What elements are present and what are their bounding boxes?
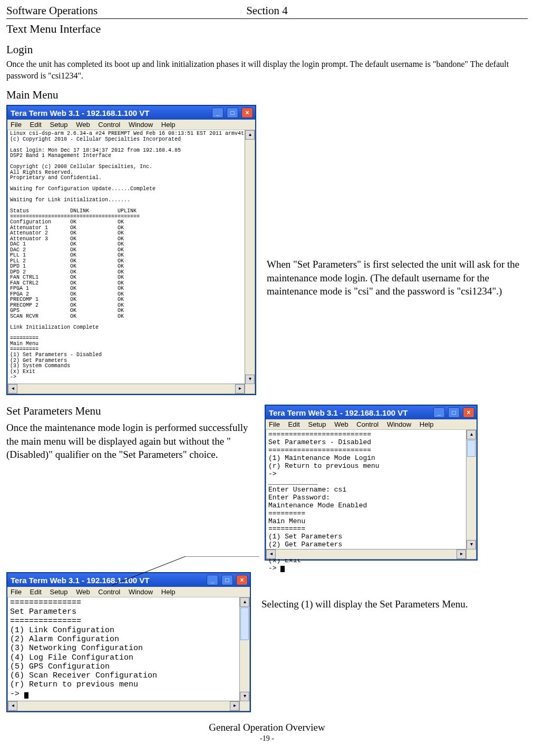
close-button[interactable]: ×	[241, 107, 253, 118]
scroll-left-icon[interactable]: ◂	[8, 701, 17, 711]
page-number: -19 -	[6, 734, 528, 743]
scroll-right-icon[interactable]: ▸	[230, 701, 239, 711]
terminal-window-setparams-menu: Tera Term Web 3.1 - 192.168.1.100 VT _ □…	[6, 572, 251, 712]
cursor-icon	[280, 566, 285, 572]
heading-set-parameters-menu: Set Parameters Menu	[6, 405, 254, 418]
menu-help[interactable]: Help	[420, 420, 434, 428]
scroll-down-icon[interactable]: ▾	[245, 375, 255, 384]
vscrollbar[interactable]: ▴ ▾	[245, 130, 255, 384]
menu-control[interactable]: Control	[98, 121, 120, 129]
menu-edit[interactable]: Edit	[288, 420, 300, 428]
scroll-up-icon[interactable]: ▴	[240, 597, 249, 607]
terminal-window-main: Tera Term Web 3.1 - 192.168.1.100 VT _ □…	[6, 105, 256, 395]
vscrollbar[interactable]: ▴ ▾	[466, 430, 476, 549]
menu-web[interactable]: Web	[76, 588, 90, 596]
menu-web[interactable]: Web	[76, 121, 90, 129]
login-paragraph: Once the unit has completed its boot up …	[6, 58, 528, 81]
menu-edit[interactable]: Edit	[30, 121, 42, 129]
window-titlebar[interactable]: Tera Term Web 3.1 - 192.168.1.100 VT _ □…	[7, 106, 255, 120]
scroll-right-icon[interactable]: ▸	[457, 549, 466, 559]
menu-file[interactable]: File	[11, 121, 22, 129]
window-menubar[interactable]: File Edit Setup Web Control Window Help	[266, 419, 477, 430]
header-left: Software Operations	[6, 4, 180, 17]
heading-login: Login	[6, 43, 528, 56]
cursor-icon	[24, 692, 28, 699]
hscrollbar[interactable]: ◂ ▸	[8, 701, 249, 711]
menu-setup[interactable]: Setup	[50, 121, 68, 129]
header-rule	[6, 18, 528, 19]
menu-setup[interactable]: Setup	[308, 420, 326, 428]
menu-file[interactable]: File	[269, 420, 280, 428]
minimize-button[interactable]: _	[433, 407, 445, 418]
window-menubar[interactable]: File Edit Setup Web Control Window Help	[7, 120, 255, 130]
scroll-up-icon[interactable]: ▴	[245, 130, 255, 140]
footer-title: General Operation Overview	[6, 722, 528, 733]
heading-text-menu-interface: Text Menu Interface	[6, 22, 528, 36]
terminal-output-main: Linux csi-dsp-arm 2.6.34-a #24 PREEMPT W…	[8, 130, 255, 381]
scroll-up-icon[interactable]: ▴	[467, 430, 476, 439]
vscrollbar[interactable]: ▴ ▾	[239, 597, 249, 701]
menu-help[interactable]: Help	[161, 121, 176, 129]
set-params-note: When "Set Parameters" is first selected …	[267, 258, 528, 298]
menu-control[interactable]: Control	[98, 588, 120, 596]
terminal-output-setparams: =============== Set Parameters =========…	[8, 597, 249, 700]
menu-file[interactable]: File	[11, 588, 22, 596]
menu-edit[interactable]: Edit	[30, 588, 42, 596]
menu-help[interactable]: Help	[161, 588, 176, 596]
selecting-note: Selecting (1) will display the Set Param…	[261, 597, 528, 611]
menu-window[interactable]: Window	[129, 588, 153, 596]
window-title: Tera Term Web 3.1 - 192.168.1.100 VT	[11, 109, 209, 117]
hscrollbar[interactable]: ◂ ▸	[8, 384, 255, 394]
header-center: Section 4	[180, 4, 354, 17]
window-titlebar[interactable]: Tera Term Web 3.1 - 192.168.1.100 VT _ □…	[266, 406, 477, 419]
menu-web[interactable]: Web	[334, 420, 348, 428]
menu-window[interactable]: Window	[129, 121, 153, 129]
menu-setup[interactable]: Setup	[50, 588, 68, 596]
hscrollbar[interactable]: ◂ ▸	[266, 549, 476, 559]
terminal-window-setparams-login: Tera Term Web 3.1 - 192.168.1.100 VT _ □…	[265, 405, 478, 561]
scroll-thumb[interactable]	[467, 440, 475, 457]
maximize-button[interactable]: □	[227, 107, 238, 118]
minimize-button[interactable]: _	[212, 107, 224, 118]
scroll-thumb[interactable]	[240, 607, 249, 640]
window-menubar[interactable]: File Edit Setup Web Control Window Help	[7, 587, 250, 597]
menu-window[interactable]: Window	[387, 420, 411, 428]
heading-main-menu: Main Menu	[6, 89, 528, 102]
scroll-down-icon[interactable]: ▾	[240, 692, 249, 701]
scroll-right-icon[interactable]: ▸	[235, 384, 245, 394]
scroll-left-icon[interactable]: ◂	[8, 384, 17, 394]
menu-control[interactable]: Control	[356, 420, 378, 428]
scroll-down-icon[interactable]: ▾	[467, 540, 476, 549]
callout-line	[112, 556, 270, 588]
close-button[interactable]: ×	[463, 407, 474, 418]
maximize-button[interactable]: □	[448, 407, 460, 418]
set-parameters-paragraph: Once the maintenance mode login is perfo…	[6, 421, 254, 462]
window-title: Tera Term Web 3.1 - 192.168.1.100 VT	[269, 408, 430, 417]
